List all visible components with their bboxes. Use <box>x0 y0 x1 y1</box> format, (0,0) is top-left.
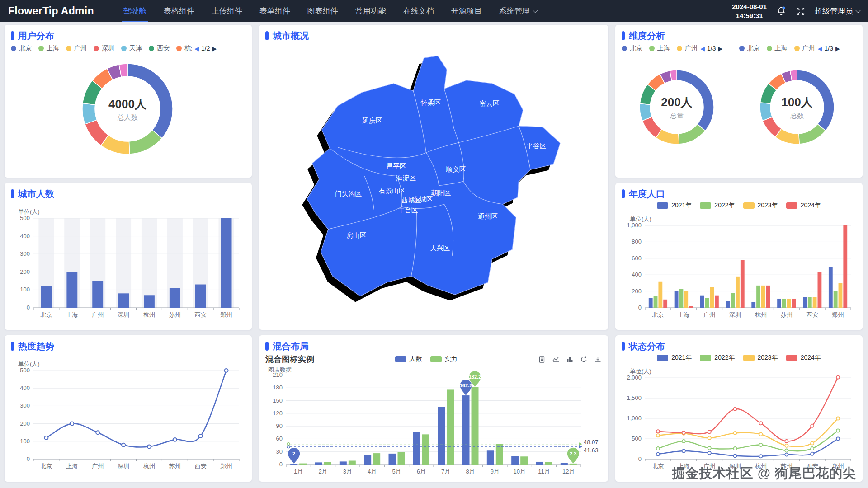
menu-item-上传组件[interactable]: 上传组件 <box>203 0 251 22</box>
legend-item-2022年[interactable]: 2022年 <box>700 354 735 362</box>
toolbox-download-icon[interactable] <box>594 356 602 363</box>
legend-next-button[interactable]: ▶ <box>835 45 840 52</box>
beijing-district-map[interactable]: 延庆区怀柔区密云区昌平区顺义区平谷区门头沟区海淀区石景山区西城区东城区朝阳区通州… <box>265 42 602 319</box>
svg-text:北京: 北京 <box>40 311 52 318</box>
legend-item-2024年[interactable]: 2024年 <box>786 354 821 362</box>
legend-page-indicator: 1/3 <box>825 45 833 52</box>
toolbox-bar-chart-icon[interactable] <box>566 356 574 363</box>
menu-item-在线文档[interactable]: 在线文档 <box>395 0 443 22</box>
legend-item-广州[interactable]: 广州 <box>677 44 698 52</box>
city-population-bar-chart: 0100200300400500北京上海广州深圳杭州苏州西安郑州单位(人) <box>11 200 245 321</box>
legend-next-button[interactable]: ▶ <box>718 45 722 52</box>
dimension-donut-charts: 200人总量100人总数 <box>622 54 856 170</box>
user-name: 超级管理员 <box>815 6 853 16</box>
status-distribution-legend: 2021年2022年2023年2024年 <box>622 352 856 363</box>
legend-pagination: ◀1/3▶ <box>700 45 722 52</box>
legend-item-2021年[interactable]: 2021年 <box>657 202 692 210</box>
right-column: 维度分析 北京上海广州深圳◀1/3▶ 北京上海广州深圳◀1/3▶ 200人总量1… <box>615 25 863 482</box>
svg-text:房山区: 房山区 <box>346 232 366 239</box>
user-menu[interactable]: 超级管理员 <box>815 6 860 16</box>
menu-item-表格组件[interactable]: 表格组件 <box>155 0 203 22</box>
svg-text:单位(人): 单位(人) <box>630 216 651 222</box>
svg-text:石景山区: 石景山区 <box>379 187 406 194</box>
heat-trend-line-chart: 0100200300400500北京上海广州深圳杭州苏州西安郑州单位(人) <box>11 352 245 473</box>
svg-text:30: 30 <box>276 448 283 455</box>
title-accent-bar <box>622 189 625 198</box>
svg-text:182.2: 182.2 <box>469 374 481 380</box>
menu-item-图表组件[interactable]: 图表组件 <box>299 0 347 22</box>
svg-text:西安: 西安 <box>195 311 207 318</box>
legend-item-2024年[interactable]: 2024年 <box>786 202 821 210</box>
svg-text:4000人: 4000人 <box>108 97 147 111</box>
legend-next-button[interactable]: ▶ <box>212 45 217 52</box>
legend-dot <box>767 46 772 51</box>
svg-text:北京: 北京 <box>652 311 664 318</box>
notification-bell-icon[interactable] <box>776 6 787 17</box>
legend-item-人数[interactable]: 人数 <box>395 355 422 363</box>
legend-item-实力[interactable]: 实力 <box>430 355 458 363</box>
status-distribution-line-chart: 05001,0001,5002,000北京上海广州深圳杭州苏州西安郑州单位(人) <box>622 363 856 472</box>
toolbox-data-view-icon[interactable] <box>538 356 546 363</box>
svg-text:1,000: 1,000 <box>627 415 642 422</box>
legend-item-北京[interactable]: 北京 <box>739 44 760 52</box>
title-accent-bar <box>622 31 625 40</box>
menu-item-驾驶舱[interactable]: 驾驶舱 <box>115 0 155 22</box>
svg-text:苏州: 苏州 <box>781 463 793 469</box>
legend-item-上海[interactable]: 上海 <box>767 44 788 52</box>
svg-text:海淀区: 海淀区 <box>396 174 416 182</box>
legend-item-广州[interactable]: 广州 <box>794 44 815 52</box>
legend-item-天津[interactable]: 天津 <box>121 44 142 52</box>
date-text: 2024-08-01 <box>732 2 767 11</box>
legend-item-上海[interactable]: 上海 <box>649 44 670 52</box>
main-menu: 驾驶舱表格组件上传组件表单组件图表组件常用功能在线文档开源项目系统管理 <box>115 0 546 22</box>
legend-chip <box>657 202 668 209</box>
menu-item-系统管理[interactable]: 系统管理 <box>491 0 546 22</box>
svg-text:180: 180 <box>273 384 283 391</box>
svg-text:深圳: 深圳 <box>729 311 741 318</box>
svg-text:广州: 广州 <box>703 311 715 318</box>
legend-dot <box>677 46 682 51</box>
legend-prev-button[interactable]: ◀ <box>700 45 705 52</box>
legend-item-2023年[interactable]: 2023年 <box>743 354 778 362</box>
legend-item-广州[interactable]: 广州 <box>66 44 87 52</box>
svg-text:大兴区: 大兴区 <box>430 244 450 252</box>
legend-chip <box>743 202 755 209</box>
svg-text:120: 120 <box>273 410 283 417</box>
legend-item-2021年[interactable]: 2021年 <box>657 354 692 362</box>
legend-item-2023年[interactable]: 2023年 <box>743 202 778 210</box>
legend-chip <box>700 202 711 209</box>
svg-text:密云区: 密云区 <box>480 100 500 107</box>
legend-prev-button[interactable]: ◀ <box>818 45 822 52</box>
legend-item-西安[interactable]: 西安 <box>149 44 170 52</box>
legend-item-北京[interactable]: 北京 <box>622 44 642 52</box>
menu-item-常用功能[interactable]: 常用功能 <box>347 0 395 22</box>
panel-title: 状态分布 <box>622 340 856 352</box>
svg-text:0: 0 <box>638 304 642 311</box>
legend-item-深圳[interactable]: 深圳 <box>94 44 114 52</box>
legend-item-杭州[interactable]: 杭州 <box>176 44 192 52</box>
svg-text:200: 200 <box>20 268 30 275</box>
legend-chip <box>786 355 797 361</box>
toolbox-line-chart-icon[interactable] <box>552 356 560 363</box>
chart-toolbox <box>538 356 602 363</box>
toolbox-restore-icon[interactable] <box>580 356 588 363</box>
svg-text:1,500: 1,500 <box>627 394 642 401</box>
panel-title-text: 混合布局 <box>273 340 309 352</box>
legend-prev-button[interactable]: ◀ <box>194 45 199 52</box>
navbar: FlowerTip Admin 驾驶舱表格组件上传组件表单组件图表组件常用功能在… <box>0 0 868 22</box>
menu-item-表单组件[interactable]: 表单组件 <box>251 0 299 22</box>
svg-text:苏州: 苏州 <box>169 463 181 469</box>
time-text: 14:59:31 <box>732 11 767 20</box>
dimension-total-legend: 北京上海广州深圳◀1/3▶ <box>622 43 739 54</box>
legend-item-2022年[interactable]: 2022年 <box>700 202 735 210</box>
chevron-down-icon <box>855 8 860 13</box>
legend-dot <box>794 46 800 51</box>
legend-item-上海[interactable]: 上海 <box>38 44 59 52</box>
legend-item-北京[interactable]: 北京 <box>11 44 32 52</box>
svg-text:门头沟区: 门头沟区 <box>335 190 362 197</box>
svg-text:2月: 2月 <box>318 468 327 475</box>
legend-pagination: ◀1/2▶ <box>194 45 217 52</box>
menu-item-开源项目[interactable]: 开源项目 <box>443 0 491 22</box>
panel-title-text: 维度分析 <box>629 30 665 42</box>
fullscreen-icon[interactable] <box>796 6 806 16</box>
